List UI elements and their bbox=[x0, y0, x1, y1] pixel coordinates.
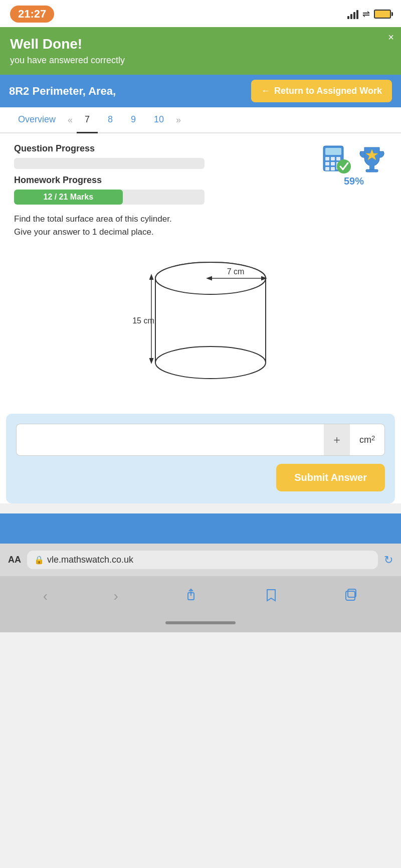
question-progress-label: Question Progress bbox=[14, 143, 321, 154]
answer-input-row: ＋ cm2 bbox=[16, 424, 385, 456]
share-button[interactable] bbox=[184, 588, 198, 605]
well-done-subtitle: you have answered correctly bbox=[10, 55, 391, 66]
question-text: Find the total surface area of this cyli… bbox=[14, 213, 387, 238]
svg-rect-8 bbox=[325, 167, 329, 170]
score-icons: 59% bbox=[321, 143, 387, 187]
lock-icon: 🔒 bbox=[34, 555, 44, 565]
url-text: vle.mathswatch.co.uk bbox=[47, 555, 133, 565]
aa-text[interactable]: AA bbox=[8, 555, 21, 565]
score-icon-row bbox=[321, 143, 387, 173]
tabs-button[interactable] bbox=[344, 588, 358, 605]
signal-bars-icon bbox=[347, 9, 358, 19]
well-done-title: Well Done! bbox=[10, 36, 391, 52]
calculator-icon bbox=[321, 143, 351, 173]
tab-overview[interactable]: Overview bbox=[10, 107, 64, 133]
svg-rect-1 bbox=[325, 148, 341, 155]
main-content: Overview « 7 8 9 10 » Question Progress … bbox=[0, 107, 401, 503]
homework-progress-bar: 12 / 21 Marks bbox=[14, 190, 205, 205]
svg-text:7 cm: 7 cm bbox=[227, 267, 245, 276]
answer-input[interactable] bbox=[16, 424, 324, 456]
forward-button[interactable]: › bbox=[114, 588, 118, 604]
unit-power: 2 bbox=[371, 435, 375, 441]
home-indicator bbox=[0, 616, 401, 632]
tab-10[interactable]: 10 bbox=[146, 107, 172, 133]
svg-rect-11 bbox=[369, 164, 374, 169]
homework-progress-fill: 12 / 21 Marks bbox=[14, 190, 123, 205]
tab-next-arrow[interactable]: » bbox=[174, 115, 183, 125]
status-time: 21:27 bbox=[10, 6, 54, 23]
answer-section: ＋ cm2 Submit Answer bbox=[6, 414, 395, 503]
back-button[interactable]: ‹ bbox=[43, 588, 48, 604]
status-icons: ⇌ bbox=[347, 9, 391, 20]
close-button[interactable]: × bbox=[388, 32, 394, 42]
home-bar bbox=[165, 621, 236, 624]
well-done-banner: × Well Done! you have answered correctly bbox=[0, 27, 401, 75]
svg-rect-6 bbox=[331, 162, 335, 165]
svg-rect-9 bbox=[331, 167, 335, 170]
tab-7[interactable]: 7 bbox=[77, 107, 98, 133]
question-area: Question Progress Homework Progress 12 /… bbox=[0, 133, 401, 414]
svg-point-18 bbox=[155, 346, 266, 379]
battery-icon bbox=[374, 10, 391, 19]
browser-nav: ‹ › bbox=[0, 576, 401, 616]
homework-progress-label: Homework Progress bbox=[14, 175, 321, 186]
cylinder-svg: 7 cm 15 cm bbox=[120, 248, 281, 389]
browser-bar: AA 🔒 vle.mathswatch.co.uk ↻ bbox=[0, 544, 401, 576]
cylinder-diagram: 7 cm 15 cm bbox=[14, 248, 387, 389]
url-bar[interactable]: 🔒 vle.mathswatch.co.uk bbox=[27, 551, 378, 569]
tab-prev-arrow[interactable]: « bbox=[66, 115, 75, 125]
unit-text: cm2 bbox=[359, 435, 375, 445]
tab-navigation: Overview « 7 8 9 10 » bbox=[0, 107, 401, 133]
score-percent: 59% bbox=[344, 176, 364, 187]
refresh-icon[interactable]: ↻ bbox=[384, 554, 393, 567]
unit-label: cm bbox=[359, 435, 371, 445]
question-line2: Give your answer to 1 decimal place. bbox=[14, 227, 154, 237]
header-bar: 8R2 Perimeter, Area, ← Return to Assigne… bbox=[0, 75, 401, 107]
progress-left: Question Progress Homework Progress 12 /… bbox=[14, 143, 321, 205]
question-progress-fill bbox=[14, 158, 24, 169]
unit-box: cm2 bbox=[350, 424, 385, 456]
svg-text:15 cm: 15 cm bbox=[132, 316, 154, 325]
return-button[interactable]: ← Return to Assigned Work bbox=[251, 80, 392, 102]
submit-button[interactable]: Submit Answer bbox=[276, 464, 385, 491]
plus-button[interactable]: ＋ bbox=[324, 424, 350, 456]
arrow-left-icon: ← bbox=[261, 86, 270, 96]
svg-rect-4 bbox=[336, 157, 340, 160]
svg-rect-12 bbox=[366, 169, 378, 172]
trophy-icon bbox=[357, 143, 387, 173]
svg-rect-3 bbox=[331, 157, 335, 160]
footer-bar bbox=[0, 513, 401, 544]
return-button-label: Return to Assigned Work bbox=[274, 86, 382, 96]
question-line1: Find the total surface area of this cyli… bbox=[14, 214, 172, 224]
submit-row: Submit Answer bbox=[16, 464, 385, 491]
svg-rect-26 bbox=[346, 591, 355, 600]
svg-rect-5 bbox=[325, 162, 329, 165]
bookmarks-button[interactable] bbox=[264, 588, 278, 605]
question-progress-bar bbox=[14, 158, 205, 169]
status-bar: 21:27 ⇌ bbox=[0, 0, 401, 27]
homework-marks-label: 12 / 21 Marks bbox=[43, 193, 93, 202]
wifi-icon: ⇌ bbox=[362, 9, 370, 20]
tab-9[interactable]: 9 bbox=[123, 107, 144, 133]
svg-point-10 bbox=[337, 159, 351, 173]
header-title: 8R2 Perimeter, Area, bbox=[9, 85, 251, 98]
progress-section: Question Progress Homework Progress 12 /… bbox=[14, 143, 387, 205]
tab-8[interactable]: 8 bbox=[100, 107, 121, 133]
svg-rect-2 bbox=[325, 157, 329, 160]
